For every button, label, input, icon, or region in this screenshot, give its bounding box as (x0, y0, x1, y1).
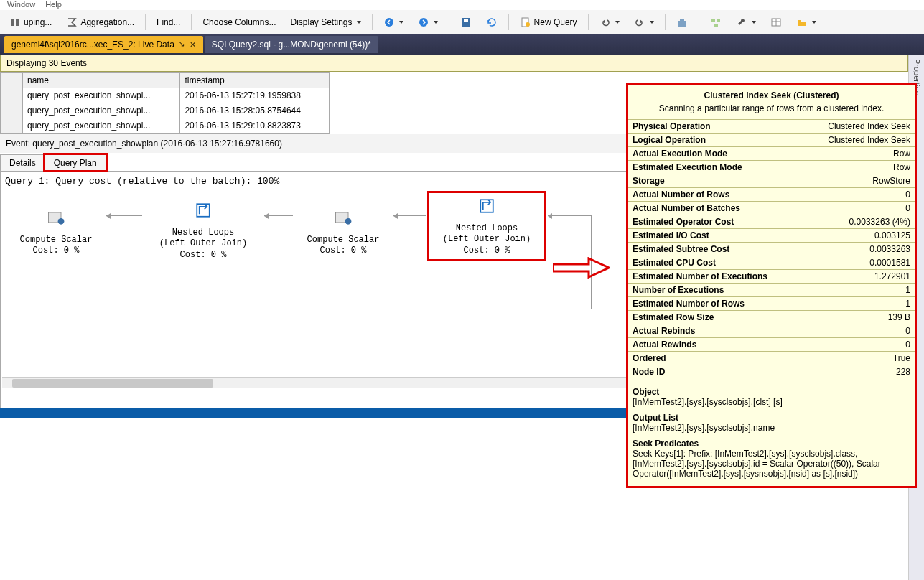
pin-icon[interactable]: ⇲ (179, 40, 185, 50)
tooltip-prop-name: Number of Executions (628, 284, 803, 297)
tooltip-prop-name: Estimated Execution Mode (628, 161, 803, 174)
tooltip-row: Estimated Subtree Cost0.0033263 (628, 243, 915, 256)
display-settings-button[interactable]: Display Settings (284, 14, 368, 30)
cell-name: query_post_execution_showpl... (23, 103, 180, 118)
tooltip-prop-value: Clustered Index Seek (803, 134, 915, 147)
tooltip-row: Estimated Operator Cost0.0033263 (4%) (628, 215, 915, 229)
node-title: Nested Loops (149, 228, 258, 239)
tooltip-row: StorageRowStore (628, 174, 915, 188)
tooltip-section-body: Seek Keys[1]: Prefix: [InMemTest2].[sys]… (628, 449, 915, 482)
tab-query-plan[interactable]: Query Plan (45, 154, 106, 171)
tooltip-row: Actual Rewinds0 (628, 338, 915, 352)
tooltip-row: Actual Number of Rows0 (628, 188, 915, 202)
db-diagram-icon[interactable] (704, 14, 728, 31)
chevron-down-icon (752, 21, 756, 24)
scrollbar-thumb[interactable] (12, 379, 213, 388)
tooltip-prop-name: Ordered (628, 352, 803, 365)
tooltip-prop-name: Estimated Number of Rows (628, 297, 803, 311)
menubar: Window Help (0, 0, 924, 10)
refresh-button[interactable] (480, 14, 504, 31)
plan-arrow (548, 215, 591, 216)
table-row[interactable]: query_post_execution_showpl... 2016-06-1… (1, 118, 330, 134)
separator (191, 14, 192, 30)
tooltip-description: Scanning a particular range of rows from… (628, 102, 915, 119)
svg-rect-0 (11, 19, 14, 26)
wrench-icon[interactable] (729, 14, 762, 31)
tooltip-prop-value: True (803, 352, 915, 365)
new-query-button[interactable]: New Query (513, 14, 584, 31)
nested-loops-icon (477, 196, 497, 216)
tooltip-prop-name: Storage (628, 174, 803, 188)
aggregation-button[interactable]: Aggregation... (60, 14, 141, 31)
plan-node-nested-loops-2[interactable]: Nested Loops (Left Outer Join) Cost: 0 % (429, 193, 544, 259)
svg-rect-5 (464, 19, 468, 22)
tooltip-prop-name: Estimated Subtree Cost (628, 243, 803, 256)
find-button[interactable]: Find... (150, 14, 187, 30)
row-header-cell (1, 88, 23, 103)
table-row[interactable]: query_post_execution_showpl... 2016-06-1… (1, 103, 330, 118)
plan-arrow (264, 215, 293, 216)
tooltip-prop-value: 0 (803, 202, 915, 215)
tooltip-prop-value: 1 (803, 297, 915, 311)
plan-node-compute-scalar-2[interactable]: Compute Scalar Cost: 0 % (297, 205, 390, 260)
table-row[interactable]: query_post_execution_showpl... 2016-06-1… (1, 88, 330, 103)
redo-button[interactable] (627, 14, 661, 31)
tooltip-prop-name: Node ID (628, 365, 803, 379)
svg-point-3 (419, 18, 428, 27)
cell-timestamp: 2016-06-13 15:28:05.8754644 (180, 103, 330, 118)
display-settings-label: Display Settings (291, 17, 353, 27)
node-title: Compute Scalar (299, 235, 387, 246)
undo-button[interactable] (593, 14, 626, 31)
svg-rect-11 (717, 19, 720, 22)
tab-details[interactable]: Details (0, 154, 45, 171)
menu-help[interactable]: Help (45, 0, 62, 10)
nested-loops-icon (193, 200, 213, 220)
toolbox-icon[interactable] (670, 14, 694, 31)
tooltip-row: Estimated Execution ModeRow (628, 161, 915, 174)
tab-label: genemi4f\sql2016rc...xec_ES_2: Live Data (11, 39, 174, 50)
svg-point-7 (526, 22, 530, 27)
folder-icon[interactable] (790, 14, 823, 31)
tooltip-row: Number of Executions1 (628, 284, 915, 297)
chevron-down-icon (650, 21, 654, 24)
tooltip-prop-name: Actual Rebinds (628, 324, 803, 338)
plan-node-compute-scalar-1[interactable]: Compute Scalar Cost: 0 % (9, 205, 103, 260)
plan-node-nested-loops-1[interactable]: Nested Loops (Left Outer Join) Cost: 0 % (146, 197, 261, 263)
choose-columns-button[interactable]: Choose Columns... (196, 14, 282, 30)
node-cost: Cost: 0 % (12, 245, 100, 257)
menu-window[interactable]: Window (7, 0, 35, 10)
operator-tooltip: Clustered Index Seek (Clustered) Scannin… (626, 83, 917, 488)
tooltip-prop-value: 139 B (803, 311, 915, 324)
row-header-cell (1, 103, 23, 118)
close-icon[interactable]: ✕ (190, 40, 196, 50)
separator (145, 14, 146, 30)
tab-sqlquery2[interactable]: SQLQuery2.sql - g...MOND\genemi (54))* (205, 36, 378, 53)
tooltip-prop-name: Actual Number of Rows (628, 188, 803, 202)
tooltip-prop-value: Row (803, 147, 915, 161)
chevron-down-icon (357, 21, 361, 24)
tooltip-prop-name: Physical Operation (628, 120, 803, 134)
col-timestamp[interactable]: timestamp (180, 73, 330, 88)
col-name[interactable]: name (23, 73, 180, 88)
svg-rect-8 (678, 21, 686, 27)
tooltip-row: Node ID228 (628, 365, 915, 379)
node-title: Compute Scalar (12, 235, 100, 246)
tooltip-row: Actual Execution ModeRow (628, 147, 915, 161)
tooltip-row: Estimated CPU Cost0.0001581 (628, 256, 915, 270)
table-icon[interactable] (764, 14, 788, 31)
tab-live-data[interactable]: genemi4f\sql2016rc...xec_ES_2: Live Data… (4, 36, 203, 53)
svg-rect-12 (714, 24, 718, 27)
separator (449, 14, 449, 30)
node-sub: (Left Outer Join) (149, 238, 258, 250)
tooltip-row: Logical OperationClustered Index Seek (628, 134, 915, 147)
plan-arrow (106, 215, 142, 216)
nav-forward-button[interactable] (411, 14, 444, 31)
save-button[interactable] (454, 14, 478, 31)
events-grid[interactable]: name timestamp query_post_execution_show… (0, 72, 330, 134)
nav-back-button[interactable] (377, 14, 410, 31)
svg-rect-1 (16, 19, 19, 26)
cell-name: query_post_execution_showpl... (23, 88, 180, 103)
cell-timestamp: 2016-06-13 15:27:19.1959838 (180, 88, 330, 103)
grouping-button[interactable]: uping... (3, 14, 58, 31)
chevron-down-icon (434, 21, 438, 24)
